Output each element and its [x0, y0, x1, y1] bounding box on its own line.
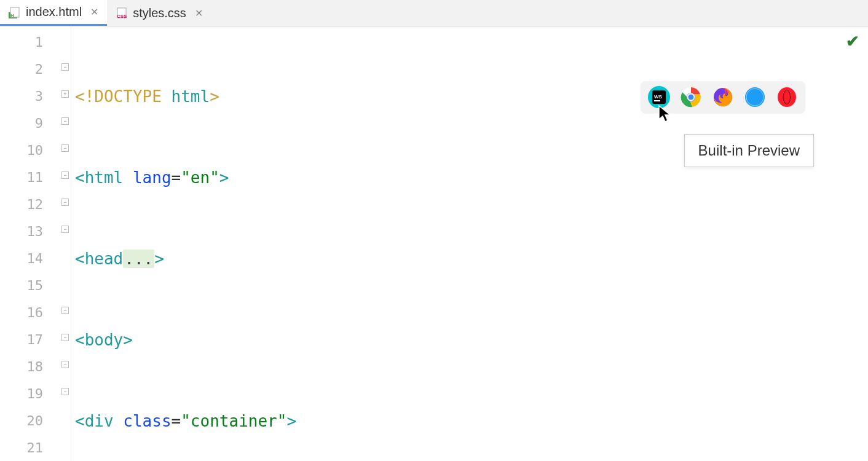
line-gutter: 1 2 3 9 10 11 12 13 14 15 16 17 18 19 20…	[0, 26, 60, 461]
inspection-ok-icon[interactable]: ✔	[846, 32, 859, 51]
line-number: 15	[0, 272, 43, 299]
safari-icon[interactable]	[744, 86, 766, 108]
svg-text:H: H	[10, 13, 14, 18]
svg-point-10	[688, 94, 695, 101]
svg-point-19	[784, 90, 790, 104]
line-number: 2	[0, 56, 43, 83]
tooltip-text: Built-in Preview	[698, 142, 800, 159]
line-number: 12	[0, 191, 43, 218]
line-number: 3	[0, 83, 43, 110]
css-file-icon: CSS	[116, 7, 128, 19]
chrome-icon[interactable]	[680, 86, 702, 108]
code-line[interactable]: <body>	[75, 326, 868, 353]
line-number: 17	[0, 326, 43, 353]
svg-text:CSS: CSS	[117, 14, 127, 19]
line-number: 20	[0, 408, 43, 435]
line-number: 9	[0, 110, 43, 137]
html-file-icon: H	[9, 6, 21, 18]
close-tab-icon[interactable]: ✕	[195, 7, 203, 19]
svg-text:WS: WS	[654, 94, 663, 100]
mouse-cursor-icon	[658, 104, 673, 127]
tooltip-builtin-preview: Built-in Preview	[684, 134, 814, 167]
line-number: 18	[0, 353, 43, 380]
code-line[interactable]: <head...>	[75, 245, 868, 272]
line-number: 16	[0, 299, 43, 326]
svg-rect-7	[654, 100, 660, 101]
line-number: 11	[0, 164, 43, 191]
tab-label: styles.css	[133, 6, 186, 20]
firefox-icon[interactable]	[712, 86, 734, 108]
tab-bar: H index.html ✕ CSS styles.css ✕	[0, 0, 868, 26]
line-number: 13	[0, 218, 43, 245]
code-line[interactable]: <html lang="en">	[75, 164, 868, 191]
tab-styles-css[interactable]: CSS styles.css ✕	[107, 0, 211, 26]
opera-icon[interactable]	[776, 86, 798, 108]
tab-label: index.html	[26, 5, 82, 19]
tab-index-html[interactable]: H index.html ✕	[0, 0, 107, 26]
line-number: 19	[0, 380, 43, 408]
line-number: 10	[0, 137, 43, 164]
line-number: 1	[0, 29, 43, 56]
line-number: 14	[0, 245, 43, 272]
line-number: 21	[0, 435, 43, 461]
svg-point-13	[746, 89, 763, 106]
code-line[interactable]: <div class="container">	[75, 408, 868, 435]
folded-region[interactable]: ...	[123, 250, 154, 268]
close-tab-icon[interactable]: ✕	[90, 6, 98, 18]
